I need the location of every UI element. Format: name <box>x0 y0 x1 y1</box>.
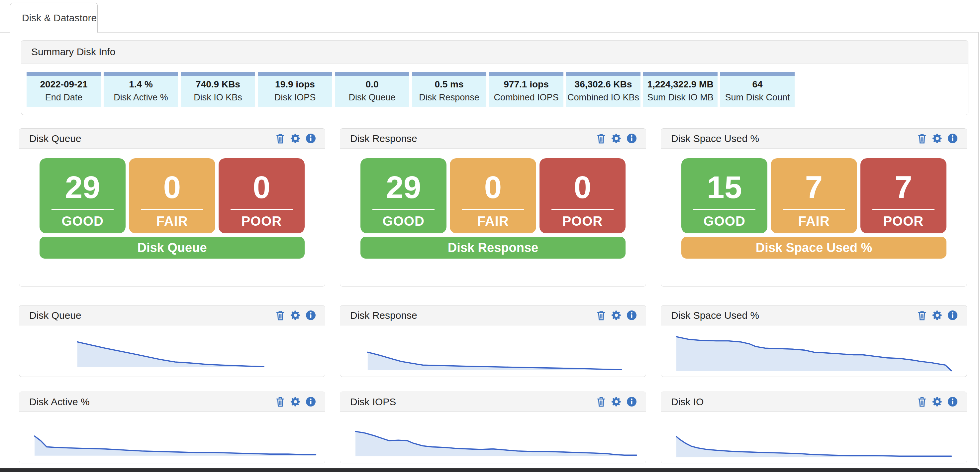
good-label: GOOD <box>62 214 103 229</box>
panel-title: Disk Active % <box>19 396 90 408</box>
info-icon[interactable] <box>305 133 316 144</box>
panel-actions <box>275 396 325 407</box>
trash-icon[interactable] <box>916 310 928 321</box>
info-icon[interactable] <box>626 310 637 321</box>
summary-tile-sum-disk-io-mb: 1,224,322.9 MBSum Disk IO MB <box>643 72 718 107</box>
good-box: 29 GOOD <box>40 158 126 233</box>
overall-status-label: Disk Space Used % <box>756 241 872 255</box>
tile-header-strip <box>566 72 641 76</box>
info-icon[interactable] <box>305 396 316 407</box>
tile-value: 977.1 iops <box>489 79 563 90</box>
panel-disk-iops-trend: Disk IOPS <box>340 392 646 463</box>
info-icon[interactable] <box>626 396 637 407</box>
good-count: 29 <box>386 172 421 203</box>
panel-title: Disk Queue <box>19 310 81 321</box>
info-icon[interactable] <box>626 133 637 144</box>
tile-label: End Date <box>27 92 101 102</box>
good-label: GOOD <box>383 214 425 229</box>
panel-actions <box>596 133 646 144</box>
tile-header-strip <box>258 72 332 76</box>
good-count: 15 <box>707 172 742 203</box>
info-icon[interactable] <box>305 310 316 321</box>
summary-tile-combined-io-kbs: 36,302.6 KBsCombined IO KBs <box>566 72 641 107</box>
trash-icon[interactable] <box>596 396 607 407</box>
gear-icon[interactable] <box>290 396 301 407</box>
trash-icon[interactable] <box>275 396 286 407</box>
tab-label: Disk & Datastore <box>22 12 97 24</box>
summary-tile-disk-iops: 19.9 iopsDisk IOPS <box>258 72 332 107</box>
panel-title: Disk IOPS <box>340 396 396 408</box>
poor-label: POOR <box>241 214 282 229</box>
trash-icon[interactable] <box>916 396 928 407</box>
trash-icon[interactable] <box>916 133 928 144</box>
trash-icon[interactable] <box>596 310 607 321</box>
poor-label: POOR <box>883 214 924 229</box>
panel-title: Disk Response <box>340 310 417 321</box>
tile-value: 0.0 <box>335 79 409 90</box>
panel-header: Disk IO <box>661 392 967 412</box>
trend-panels-row-2: Disk Active % Disk IOPS <box>19 392 978 463</box>
summary-tile-disk-queue: 0.0Disk Queue <box>335 72 409 107</box>
gear-icon[interactable] <box>932 396 943 407</box>
trash-icon[interactable] <box>275 133 286 144</box>
tile-value: 2022-09-21 <box>27 79 101 90</box>
trash-icon[interactable] <box>596 133 607 144</box>
fair-count: 0 <box>484 172 502 203</box>
panel-disk-io-trend: Disk IO <box>661 392 967 463</box>
tab-bar: Disk & Datastore <box>0 0 980 32</box>
tile-label: Disk Active % <box>103 92 178 102</box>
divider <box>141 209 203 210</box>
tile-value: 1,224,322.9 MB <box>643 79 718 90</box>
panel-actions <box>916 133 967 144</box>
trash-icon[interactable] <box>275 310 286 321</box>
tab-disk-datastore[interactable]: Disk & Datastore <box>10 3 98 33</box>
panel-title: Summary Disk Info <box>21 46 115 57</box>
gear-icon[interactable] <box>611 133 622 144</box>
good-box: 29 GOOD <box>360 158 447 233</box>
panel-actions <box>275 133 325 144</box>
panel-header: Disk Queue <box>19 306 325 325</box>
gear-icon[interactable] <box>611 396 622 407</box>
gear-icon[interactable] <box>611 310 622 321</box>
panel-title: Disk Queue <box>19 133 81 144</box>
info-icon[interactable] <box>947 133 958 144</box>
fair-label: FAIR <box>798 214 829 229</box>
panel-header: Disk Space Used % <box>661 306 967 325</box>
tile-value: 0.5 ms <box>412 79 486 90</box>
gear-icon[interactable] <box>932 133 943 144</box>
panel-header: Disk Response <box>340 129 646 148</box>
divider <box>552 209 614 210</box>
summary-tile-sum-disk-count: 64Sum Disk Count <box>720 72 795 107</box>
panel-disk-queue-score: Disk Queue 29 GOOD <box>19 128 325 287</box>
tile-header-strip <box>720 72 795 76</box>
sparkline-chart <box>661 412 967 463</box>
tile-value: 36,302.6 KBs <box>566 79 641 90</box>
panel-disk-active-trend: Disk Active % <box>19 392 325 463</box>
poor-box: 0 POOR <box>219 158 305 233</box>
panel-disk-queue-trend: Disk Queue <box>19 305 325 377</box>
score-panels-row: Disk Queue 29 GOOD <box>19 128 978 287</box>
summary-tile-end-date: 2022-09-21End Date <box>27 72 101 107</box>
panel-disk-space-used-trend: Disk Space Used % <box>661 305 967 377</box>
summary-tile-disk-active: 1.4 %Disk Active % <box>103 72 178 107</box>
tile-value: 740.9 KBs <box>181 79 255 90</box>
gear-icon[interactable] <box>932 310 943 321</box>
panel-title: Disk Response <box>340 133 417 144</box>
overall-status-label: Disk Response <box>448 241 538 255</box>
gear-icon[interactable] <box>290 310 301 321</box>
panel-actions <box>275 310 325 321</box>
gear-icon[interactable] <box>290 133 301 144</box>
tile-label: Disk Queue <box>335 92 409 102</box>
tile-label: Sum Disk IO MB <box>643 92 718 102</box>
info-icon[interactable] <box>947 310 958 321</box>
panel-disk-response-score: Disk Response 29 GOOD <box>340 128 646 287</box>
info-icon[interactable] <box>947 396 958 407</box>
panel-title: Disk IO <box>661 396 703 408</box>
panel-title: Disk Space Used % <box>661 310 759 321</box>
divider <box>51 209 114 210</box>
fair-count: 0 <box>164 172 181 203</box>
divider <box>783 209 845 210</box>
panel-actions <box>596 310 646 321</box>
fair-label: FAIR <box>477 214 509 229</box>
panel-header: Disk Space Used % <box>661 129 967 148</box>
